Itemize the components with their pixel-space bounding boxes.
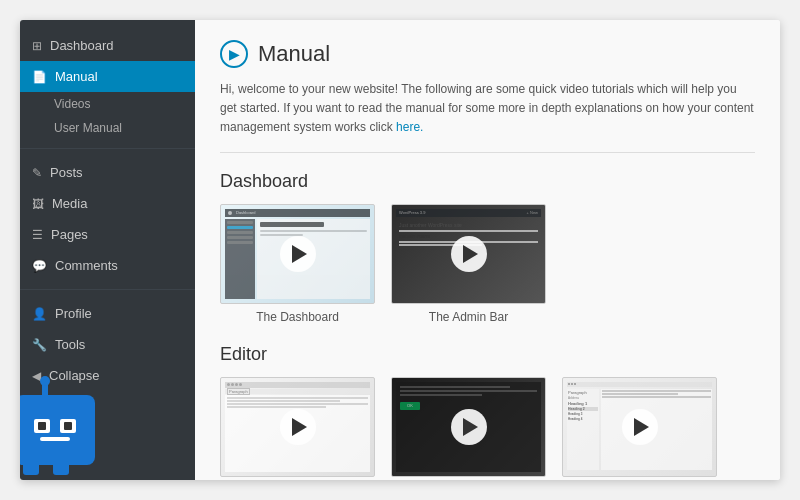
sidebar-label-comments: Comments bbox=[55, 258, 118, 273]
video-label-dashboard: The Dashboard bbox=[256, 310, 339, 324]
page-title-area: ▶ Manual bbox=[220, 40, 755, 68]
thumb-line bbox=[227, 231, 253, 234]
sidebar-label-user-manual: User Manual bbox=[54, 121, 122, 135]
intro-paragraph: Hi, welcome to your new website! The fol… bbox=[220, 80, 755, 153]
profile-icon: 👤 bbox=[32, 307, 47, 321]
sidebar-label-media: Media bbox=[52, 196, 87, 211]
robot-foot-right bbox=[53, 461, 69, 475]
thumb-line-active bbox=[227, 226, 253, 229]
robot-eyes bbox=[34, 419, 76, 433]
section-title-editor: Editor bbox=[220, 344, 755, 365]
robot-foot-left bbox=[23, 461, 39, 475]
play-arrow-icon bbox=[463, 418, 478, 436]
sidebar-item-profile[interactable]: 👤 Profile bbox=[20, 298, 195, 329]
sidebar-divider-1 bbox=[20, 148, 195, 149]
play-arrow-icon bbox=[292, 245, 307, 263]
video-thumb-dashboard[interactable]: Dashboard bbox=[220, 204, 375, 304]
sidebar-item-media[interactable]: 🖼 Media bbox=[20, 188, 195, 219]
video-thumb-adminbar[interactable]: WordPress 3.9 + New Just another WordPre… bbox=[391, 204, 546, 304]
play-arrow-icon bbox=[634, 418, 649, 436]
thumb-bar-admin: WordPress 3.9 + New bbox=[396, 209, 541, 217]
video-label-adminbar: The Admin Bar bbox=[429, 310, 508, 324]
play-arrow-icon bbox=[292, 418, 307, 436]
video-grid-dashboard: Dashboard bbox=[220, 204, 755, 324]
video-grid-editor: Paragraph The Toolbar bbox=[220, 377, 755, 480]
robot-pupil-right bbox=[64, 422, 72, 430]
media-icon: 🖼 bbox=[32, 197, 44, 211]
sidebar-item-comments[interactable]: 💬 Comments bbox=[20, 250, 195, 281]
robot-antenna bbox=[42, 383, 48, 395]
play-arrow-icon bbox=[463, 245, 478, 263]
thumb-line bbox=[227, 241, 253, 244]
section-title-dashboard: Dashboard bbox=[220, 171, 755, 192]
thumb-line bbox=[227, 236, 253, 239]
robot-eye-left bbox=[34, 419, 50, 433]
sidebar-divider-2 bbox=[20, 289, 195, 290]
play-button-heading[interactable] bbox=[622, 409, 658, 445]
robot-body bbox=[20, 395, 95, 465]
play-button-adminbar[interactable] bbox=[451, 236, 487, 272]
main-content: ▶ Manual Hi, welcome to your new website… bbox=[195, 20, 780, 480]
pages-icon: ☰ bbox=[32, 228, 43, 242]
sidebar-item-dashboard[interactable]: ⊞ Dashboard bbox=[20, 30, 195, 61]
sidebar-label-posts: Posts bbox=[50, 165, 83, 180]
app-window: ⊞ Dashboard 📄 Manual Videos User Manual … bbox=[20, 20, 780, 480]
thumb-sidebar bbox=[225, 219, 255, 299]
posts-icon: ✎ bbox=[32, 166, 42, 180]
sidebar-label-tools: Tools bbox=[55, 337, 85, 352]
thumb-heading bbox=[260, 222, 324, 227]
robot-mascot bbox=[20, 375, 115, 480]
sidebar-label-videos: Videos bbox=[54, 97, 90, 111]
manual-icon: 📄 bbox=[32, 70, 47, 84]
page-title: Manual bbox=[258, 41, 330, 67]
play-button-paste[interactable] bbox=[451, 409, 487, 445]
thumb-text bbox=[260, 230, 367, 232]
robot-eye-right bbox=[60, 419, 76, 433]
sidebar-item-pages[interactable]: ☰ Pages bbox=[20, 219, 195, 250]
robot-mouth bbox=[40, 437, 70, 441]
dashboard-icon: ⊞ bbox=[32, 39, 42, 53]
video-thumb-paste[interactable]: OK bbox=[391, 377, 546, 477]
video-thumb-toolbar[interactable]: Paragraph bbox=[220, 377, 375, 477]
robot-face bbox=[34, 419, 76, 441]
video-card-paste: OK Paste From Word bbox=[391, 377, 546, 480]
monitor-icon: ▶ bbox=[229, 46, 240, 62]
video-card-heading: Paragraph Address Heading 1 Heading 2 He… bbox=[562, 377, 717, 480]
play-button-dashboard[interactable] bbox=[280, 236, 316, 272]
sidebar-item-tools[interactable]: 🔧 Tools bbox=[20, 329, 195, 360]
robot-pupil-left bbox=[38, 422, 46, 430]
video-card-adminbar: WordPress 3.9 + New Just another WordPre… bbox=[391, 204, 546, 324]
sidebar-label-dashboard: Dashboard bbox=[50, 38, 114, 53]
sidebar-label-pages: Pages bbox=[51, 227, 88, 242]
sidebar-label-manual: Manual bbox=[55, 69, 98, 84]
sidebar-item-manual[interactable]: 📄 Manual bbox=[20, 61, 195, 92]
robot-feet bbox=[23, 461, 69, 475]
sidebar-item-user-manual[interactable]: User Manual bbox=[20, 116, 195, 140]
video-card-toolbar: Paragraph The Toolbar bbox=[220, 377, 375, 480]
comments-icon: 💬 bbox=[32, 259, 47, 273]
video-card-dashboard: Dashboard bbox=[220, 204, 375, 324]
sidebar-item-videos[interactable]: Videos bbox=[20, 92, 195, 116]
thumb-bar: Dashboard bbox=[225, 209, 370, 217]
video-thumb-heading[interactable]: Paragraph Address Heading 1 Heading 2 He… bbox=[562, 377, 717, 477]
tools-icon: 🔧 bbox=[32, 338, 47, 352]
sidebar-item-posts[interactable]: ✎ Posts bbox=[20, 157, 195, 188]
thumb-line bbox=[227, 221, 253, 224]
intro-link[interactable]: here. bbox=[396, 120, 423, 134]
sidebar-label-profile: Profile bbox=[55, 306, 92, 321]
manual-title-icon: ▶ bbox=[220, 40, 248, 68]
play-button-toolbar[interactable] bbox=[280, 409, 316, 445]
thumb-dot bbox=[228, 211, 232, 215]
